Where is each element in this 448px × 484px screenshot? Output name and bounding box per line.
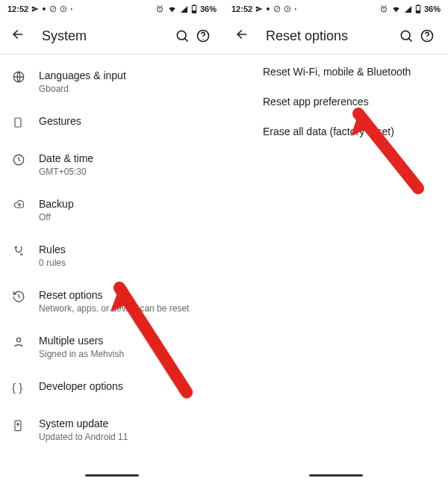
signal-icon (180, 5, 188, 13)
clock-icon (12, 152, 39, 167)
row-sub: Gboard (39, 83, 212, 95)
send-icon (255, 5, 263, 13)
rules-icon (12, 243, 39, 258)
braces-icon: { } (12, 379, 39, 394)
row-languages-input[interactable]: Languages & inputGboard (0, 59, 224, 105)
row-label: System update (39, 417, 212, 430)
help-icon[interactable] (193, 28, 214, 43)
svg-rect-12 (15, 118, 21, 127)
svg-point-3 (60, 6, 66, 12)
row-reset-options[interactable]: Reset optionsNetwork, apps, or device ca… (0, 279, 224, 324)
svg-point-8 (177, 31, 186, 40)
row-multiple-users[interactable]: Multiple usersSigned in as Mehvish (0, 324, 224, 370)
row-rules[interactable]: Rules0 rules (0, 233, 224, 279)
svg-point-24 (401, 31, 410, 40)
svg-rect-23 (416, 10, 420, 13)
row-label: Languages & input (39, 69, 212, 82)
row-reset-wifi[interactable]: Reset Wi-Fi, mobile & Bluetooth (224, 59, 448, 89)
status-bar: 12:52 · 36% (224, 0, 448, 18)
row-label: Reset options (39, 288, 212, 302)
row-system-update[interactable]: System updateUpdated to Android 11 (0, 407, 224, 453)
status-battery: 36% (200, 4, 217, 13)
history-icon (12, 288, 39, 303)
chevron-icon (60, 5, 67, 13)
row-sub: Network, apps, or device can be reset (39, 302, 212, 314)
appbar-reset: Reset options (224, 18, 448, 55)
svg-point-16 (267, 7, 270, 10)
gesture-icon (12, 114, 39, 129)
system-list: Languages & inputGboard Gestures Date & … (0, 55, 224, 453)
svg-point-0 (43, 7, 46, 10)
row-label: Erase all data (factory reset) (263, 125, 436, 138)
dot-icon (266, 7, 270, 11)
phone-reset-options: 12:52 · 36% Reset options R (224, 0, 448, 484)
row-label: Backup (39, 197, 212, 211)
wifi-icon (391, 5, 401, 13)
row-sub: Signed in as Mehvish (39, 348, 212, 360)
row-backup[interactable]: BackupOff (0, 187, 224, 233)
search-icon[interactable] (172, 28, 193, 43)
reset-list: Reset Wi-Fi, mobile & Bluetooth Reset ap… (224, 55, 448, 149)
more-icon: · (294, 4, 296, 13)
svg-rect-6 (193, 4, 196, 5)
svg-line-2 (52, 7, 55, 11)
row-sub: 0 rules (39, 257, 212, 269)
svg-point-19 (284, 6, 290, 12)
row-sub: Off (39, 211, 212, 223)
nav-handle[interactable] (85, 474, 139, 477)
row-developer-options[interactable]: { } Developer options (0, 370, 224, 407)
status-time: 12:52 (231, 4, 252, 13)
chevron-icon (284, 5, 291, 13)
svg-rect-7 (192, 10, 196, 13)
update-icon (12, 417, 39, 433)
page-title: System (42, 28, 172, 44)
row-label: Multiple users (39, 334, 212, 347)
row-reset-app-preferences[interactable]: Reset app preferences (224, 89, 448, 119)
globe-icon (12, 69, 39, 84)
row-sub: GMT+05:30 (39, 166, 212, 178)
row-sub: Updated to Android 11 (39, 431, 212, 443)
signal-icon (404, 5, 412, 13)
back-icon[interactable] (234, 27, 249, 45)
page-title: Reset options (266, 28, 396, 44)
status-bar: 12:52 · 36% (0, 0, 224, 18)
row-label: Developer options (39, 379, 212, 393)
back-icon[interactable] (10, 27, 25, 45)
svg-point-14 (16, 338, 20, 341)
svg-point-10 (202, 39, 203, 40)
row-label: Rules (39, 243, 212, 256)
svg-point-26 (426, 39, 427, 40)
wifi-icon (167, 5, 177, 13)
row-label: Gestures (39, 114, 212, 128)
status-time: 12:52 (7, 4, 28, 13)
person-icon (12, 334, 39, 349)
search-icon[interactable] (396, 28, 417, 43)
row-label: Reset Wi-Fi, mobile & Bluetooth (263, 65, 436, 78)
alarm-icon (379, 4, 388, 13)
status-battery: 36% (424, 4, 441, 13)
appbar-system: System (0, 18, 224, 55)
row-erase-all-data[interactable]: Erase all data (factory reset) (224, 119, 448, 149)
svg-rect-22 (417, 4, 420, 5)
battery-icon (191, 4, 197, 13)
phone-system: 12:52 · 36% System (0, 0, 224, 484)
cloud-icon (12, 197, 39, 211)
nosign-icon (49, 5, 57, 13)
svg-line-18 (276, 7, 279, 11)
battery-icon (415, 4, 421, 13)
nosign-icon (273, 5, 281, 13)
row-label: Date & time (39, 152, 212, 165)
help-icon[interactable] (417, 28, 438, 43)
send-icon (31, 5, 39, 13)
row-label: Reset app preferences (263, 95, 436, 108)
row-date-time[interactable]: Date & timeGMT+05:30 (0, 142, 224, 187)
more-icon: · (70, 4, 72, 13)
alarm-icon (155, 4, 164, 13)
nav-handle[interactable] (309, 474, 363, 477)
dot-icon (42, 7, 46, 11)
row-gestures[interactable]: Gestures (0, 105, 224, 142)
